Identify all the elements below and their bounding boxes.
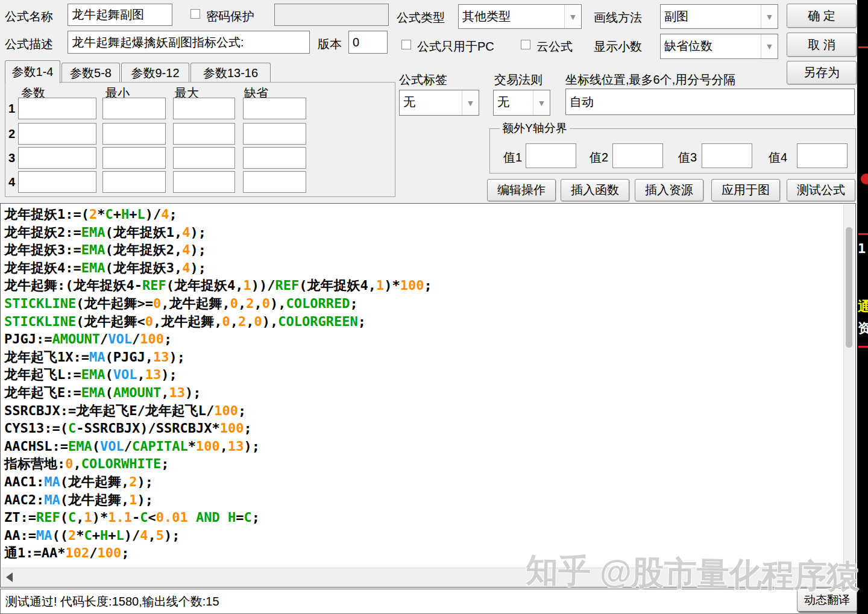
tab-param-1[interactable]: 参数1-4 xyxy=(5,60,60,83)
chevron-down-icon[interactable]: ▼ xyxy=(533,90,550,115)
param-input-r4c4[interactable] xyxy=(243,171,306,193)
formula-type-value: 其他类型 xyxy=(459,5,564,28)
insert-function-button[interactable]: 插入函数 xyxy=(561,179,629,201)
save-as-button[interactable]: 另存为 xyxy=(787,61,857,84)
param-input-r1c1[interactable] xyxy=(18,98,96,119)
param-input-r3c2[interactable] xyxy=(102,147,166,169)
extra-y-axis-legend: 额外Y轴分界 xyxy=(500,121,570,136)
code-line[interactable]: SSRCBJX:=龙年起飞E/龙年起飞L/100; xyxy=(2,402,843,420)
code-line[interactable]: 龙牛起舞:(龙年捉妖4-REF(龙年捉妖4,1))/REF(龙年捉妖4,1)*1… xyxy=(2,277,843,295)
code-line[interactable]: AAC1:MA(龙牛起舞,2); xyxy=(2,473,843,491)
code-token: , xyxy=(76,510,84,525)
insert-resource-button[interactable]: 插入资源 xyxy=(635,179,703,201)
y-value-input-2[interactable] xyxy=(612,143,663,168)
code-token: CYS13:=( xyxy=(4,421,68,436)
y-value-input-3[interactable] xyxy=(702,143,752,168)
param-input-r2c2[interactable] xyxy=(102,123,166,145)
pc-only-checkbox[interactable] xyxy=(401,40,411,49)
scroll-left-icon[interactable] xyxy=(6,572,13,582)
tab-param-4[interactable]: 参数13-16 xyxy=(190,63,271,83)
param-input-r1c2[interactable] xyxy=(102,98,166,119)
password-protect-checkbox[interactable] xyxy=(190,9,200,19)
code-text[interactable]: 龙年捉妖1:=(2*C+H+L)/4;龙年捉妖2:=EMA(龙年捉妖1,4);龙… xyxy=(2,205,843,568)
formula-name-input[interactable]: 龙牛起舞副图 xyxy=(68,4,172,26)
code-token: STICKLINE xyxy=(4,296,76,311)
param-input-r3c1[interactable] xyxy=(18,147,96,169)
code-token: ; xyxy=(244,421,251,436)
formula-type-select[interactable]: 其他类型 ▼ xyxy=(458,4,582,29)
code-token: MA xyxy=(44,474,60,489)
code-token: AAC2: xyxy=(4,492,44,507)
code-editor[interactable]: 龙年捉妖1:=(2*C+H+L)/4;龙年捉妖2:=EMA(龙年捉妖1,4);龙… xyxy=(0,203,856,587)
edit-operation-button[interactable]: 编辑操作 xyxy=(487,179,556,201)
code-line[interactable]: STICKLINE(龙牛起舞<0,龙牛起舞,0,2,0),COLORGREEN; xyxy=(2,313,843,331)
code-line[interactable]: 龙年捉妖3:=EMA(龙年捉妖2,4); xyxy=(2,241,843,259)
code-line[interactable]: 指标营地:0,COLORWHITE; xyxy=(2,455,843,473)
param-input-r4c1[interactable] xyxy=(18,171,96,193)
code-line[interactable]: 龙年起飞1X:=MA(PJGJ,13); xyxy=(2,348,843,366)
formula-tag-select[interactable]: 无 ▼ xyxy=(399,90,479,116)
strip-red-dot xyxy=(861,174,868,184)
code-line[interactable]: AAC2:MA(龙牛起舞,1); xyxy=(2,491,843,509)
code-token: 0 xyxy=(65,456,73,471)
chevron-down-icon[interactable]: ▼ xyxy=(462,90,479,115)
code-token: -SSRCBJX)/SSRCBJX* xyxy=(76,421,219,436)
horizontal-scrollbar[interactable] xyxy=(1,568,843,586)
code-token: ); xyxy=(164,528,180,543)
tab-param-3[interactable]: 参数9-12 xyxy=(121,63,189,83)
param-input-r2c4[interactable] xyxy=(243,123,306,145)
y-value-input-4[interactable] xyxy=(797,143,848,168)
code-line[interactable]: AA:=MA((2*C+H+L)/4,5); xyxy=(2,527,843,545)
code-token: 0 xyxy=(262,296,270,311)
chevron-down-icon[interactable]: ▼ xyxy=(761,5,778,28)
dynamic-translate-button[interactable]: 动态翻译 xyxy=(797,588,857,612)
test-formula-button[interactable]: 测试公式 xyxy=(787,179,855,201)
decimal-display-select[interactable]: 缺省位数 ▼ xyxy=(660,34,778,59)
code-line[interactable]: 龙年起飞L:=EMA(VOL,13); xyxy=(2,366,843,384)
coordinate-line-label: 坐标线位置,最多6个,用分号分隔 xyxy=(565,72,735,88)
param-input-r2c3[interactable] xyxy=(173,123,235,145)
code-line[interactable]: ZT:=REF(C,1)*1.1-C<0.01 AND H=C; xyxy=(2,509,843,527)
code-token: , xyxy=(148,528,156,543)
code-token: = xyxy=(236,510,244,525)
y-value-input-1[interactable] xyxy=(526,143,576,168)
param-input-r4c2[interactable] xyxy=(102,171,166,193)
param-input-r4c3[interactable] xyxy=(173,171,235,193)
param-input-r2c1[interactable] xyxy=(18,123,96,145)
cloud-formula-checkbox[interactable] xyxy=(521,40,530,49)
code-line[interactable]: 龙年起飞E:=EMA(AMOUNT,13); xyxy=(2,384,843,402)
code-token: ; xyxy=(161,456,169,471)
vertical-scrollbar[interactable] xyxy=(843,204,855,568)
strip-red-dash xyxy=(858,346,868,348)
ok-button[interactable]: 确 定 xyxy=(787,4,857,28)
param-input-r3c3[interactable] xyxy=(173,147,235,169)
code-line[interactable]: 龙年捉妖1:=(2*C+H+L)/4; xyxy=(2,205,843,224)
coordinate-line-input[interactable]: 自动 xyxy=(565,89,855,115)
code-token: , xyxy=(238,296,246,311)
code-line[interactable]: CYS13:=(C-SSRCBJX)/SSRCBJX*100; xyxy=(2,419,843,437)
tab-param-2[interactable]: 参数5-8 xyxy=(61,63,120,83)
code-token: REF xyxy=(36,510,60,525)
formula-desc-input[interactable]: 龙牛起舞起爆擒妖副图指标公式: xyxy=(68,31,310,54)
code-token: 100 xyxy=(400,278,424,293)
code-token: (龙年捉妖2, xyxy=(105,242,183,257)
param-input-r3c4[interactable] xyxy=(243,147,306,169)
code-line[interactable]: PJGJ:=AMOUNT/VOL/100; xyxy=(2,330,843,348)
draw-method-select[interactable]: 副图 ▼ xyxy=(660,4,778,29)
cancel-button[interactable]: 取 消 xyxy=(787,33,857,57)
chevron-down-icon[interactable]: ▼ xyxy=(564,5,581,28)
code-line[interactable]: 龙年捉妖4:=EMA(龙年捉妖3,4); xyxy=(2,259,843,277)
param-input-r1c3[interactable] xyxy=(173,98,235,119)
code-line[interactable]: STICKLINE(龙牛起舞>=0,龙牛起舞,0,2,0),COLORRED; xyxy=(2,295,843,313)
trade-rule-select[interactable]: 无 ▼ xyxy=(493,90,550,116)
code-line[interactable]: 龙年捉妖2:=EMA(龙年捉妖1,4); xyxy=(2,224,843,242)
cloud-formula-label: 云公式 xyxy=(536,39,573,55)
apply-to-chart-button[interactable]: 应用于图 xyxy=(711,179,780,201)
vertical-scrollbar-thumb[interactable] xyxy=(846,227,852,348)
code-line[interactable]: 通1:=AA*102/100; xyxy=(2,544,843,562)
version-input[interactable]: 0 xyxy=(348,31,388,54)
code-line[interactable]: AACHSL:=EMA(VOL/CAPITAL*100,13); xyxy=(2,437,843,456)
password-input[interactable] xyxy=(274,4,389,26)
chevron-down-icon[interactable]: ▼ xyxy=(761,34,778,58)
param-input-r1c4[interactable] xyxy=(243,98,306,119)
